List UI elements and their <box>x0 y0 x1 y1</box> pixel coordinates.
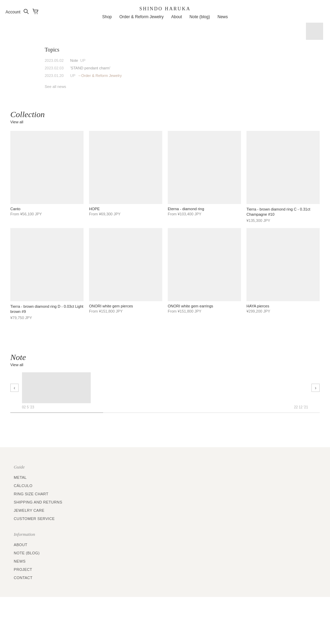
header: Account SHINDO HARUKA Shop Order & Refor… <box>0 0 330 23</box>
header-center: SHINDO HARUKA Shop Order & Reform Jewelr… <box>102 6 228 19</box>
product-image-3 <box>168 131 241 204</box>
note-title: Note <box>10 353 320 362</box>
note-view-all[interactable]: View all <box>10 363 320 367</box>
collection-view-all[interactable]: View all <box>10 120 320 124</box>
footer-guide-title: Guide <box>14 464 316 470</box>
collection-header: Collection View all <box>10 110 320 124</box>
nav-news[interactable]: News <box>218 14 228 19</box>
see-all-news[interactable]: See all news <box>45 84 66 89</box>
svg-point-3 <box>37 13 37 14</box>
product-item-1[interactable]: Canto From ¥56,100 JPY <box>10 131 84 223</box>
topic-label-1: UP <box>80 58 85 63</box>
topics-list: 2023.05.02 Note UP 2023.02.03 'STAND pen… <box>45 58 316 78</box>
account-label[interactable]: Account <box>6 10 20 14</box>
footer-link-contact: CONTACT <box>14 575 316 580</box>
topic-link-3[interactable]: →Order & Reform Jewelry <box>77 74 122 78</box>
nav-note[interactable]: Note (blog) <box>189 14 210 19</box>
topic-category-1: Note <box>70 58 78 63</box>
note-prev-btn[interactable]: ‹ <box>10 384 19 392</box>
product-name-5: Tierra - brown diamond ring D - 0.03ct L… <box>10 304 84 315</box>
topic-item-2: 2023.02.03 'STAND pendant charm' <box>45 66 316 70</box>
product-price-8: ¥299,200 JPY <box>246 309 320 313</box>
product-price-6: From ¥151,800 JPY <box>89 309 162 313</box>
note-progress-track <box>10 413 320 413</box>
footer-link-news: NEWS <box>14 558 316 564</box>
product-price-7: From ¥151,800 JPY <box>168 309 241 313</box>
product-image-5 <box>10 228 84 301</box>
footer: Guide METAL CÁLCULO RING SIZE CHART SHIP… <box>0 447 330 597</box>
svg-point-0 <box>24 9 28 13</box>
nav-about[interactable]: About <box>171 14 182 19</box>
footer-link-calculo: CÁLCULO <box>14 483 316 488</box>
note-slide-area <box>22 372 308 403</box>
note-card-1[interactable] <box>22 372 91 403</box>
collection-title: Collection <box>10 110 320 119</box>
topic-item-1: 2023.05.02 Note UP <box>45 58 316 63</box>
product-name-4: Tierra - brown diamond ring C - 0.31ct C… <box>246 207 320 217</box>
note-slider: ‹ › <box>10 372 320 403</box>
note-dates-left: 02 5 '23 <box>22 405 34 409</box>
product-name-3: Eterna - diamond ring <box>168 207 241 211</box>
product-grid-row1: Canto From ¥56,100 JPY HOPE From ¥69,300… <box>10 131 320 223</box>
hero-area <box>0 23 330 43</box>
main-nav: Shop Order & Reform Jewelry About Note (… <box>102 14 228 19</box>
product-image-4 <box>246 131 320 204</box>
footer-information-section: Information ABOUT NOTE (BLOG) NEWS PROJE… <box>14 532 316 580</box>
topic-label-3: UP <box>70 74 75 78</box>
footer-info-links: ABOUT NOTE (BLOG) NEWS PROJECT CONTACT <box>14 542 316 580</box>
product-image-1 <box>10 131 84 204</box>
footer-information-title: Information <box>14 532 316 537</box>
product-price-3: From ¥103,400 JPY <box>168 212 241 216</box>
footer-link-ring-size: RING SIZE CHART <box>14 491 316 497</box>
note-progress-bar <box>10 413 103 413</box>
note-section: Note View all ‹ › 02 5 '23 22 12 '21 <box>0 332 330 420</box>
nav-order-reform[interactable]: Order & Reform Jewelry <box>119 14 164 19</box>
topics-section: Topics 2023.05.02 Note UP 2023.02.03 'ST… <box>0 43 330 100</box>
note-header: Note View all <box>10 353 320 367</box>
svg-point-2 <box>35 13 35 14</box>
footer-link-note-blog: NOTE (BLOG) <box>14 550 316 556</box>
topics-title: Topics <box>45 47 316 53</box>
product-price-4: ¥135,300 JPY <box>246 218 320 223</box>
topic-category-2: 'STAND pendant charm' <box>70 66 110 70</box>
product-image-7 <box>168 228 241 301</box>
product-image-6 <box>89 228 162 301</box>
product-price-5: ¥79,750 JPY <box>10 316 84 320</box>
note-dates-row: 02 5 '23 22 12 '21 <box>10 405 320 409</box>
product-name-7: ONORI white gem earrings <box>168 304 241 308</box>
footer-link-jewelry-care: JEWELRY CARE <box>14 508 316 513</box>
product-grid-row2: Tierra - brown diamond ring D - 0.03ct L… <box>10 228 320 320</box>
product-item-2[interactable]: HOPE From ¥69,300 JPY <box>89 131 162 223</box>
product-item-6[interactable]: ONORI white gem pierces From ¥151,800 JP… <box>89 228 162 320</box>
product-image-2 <box>89 131 162 204</box>
note-next-btn[interactable]: › <box>311 384 320 392</box>
product-image-8 <box>246 228 320 301</box>
product-item-7[interactable]: ONORI white gem earrings From ¥151,800 J… <box>168 228 241 320</box>
footer-link-project: PROJECT <box>14 567 316 572</box>
footer-guide-links: METAL CÁLCULO RING SIZE CHART SHIPPING A… <box>14 475 316 521</box>
topic-item-3: 2023.01.20 UP →Order & Reform Jewelry <box>45 74 316 78</box>
product-item-4[interactable]: Tierra - brown diamond ring C - 0.31ct C… <box>246 131 320 223</box>
footer-guide-section: Guide METAL CÁLCULO RING SIZE CHART SHIP… <box>14 464 316 521</box>
nav-shop[interactable]: Shop <box>102 14 112 19</box>
product-name-8: HAYA pierces <box>246 304 320 308</box>
header-left-group: Account <box>6 8 39 16</box>
product-name-2: HOPE <box>89 207 162 211</box>
collection-section: Collection View all Canto From ¥56,100 J… <box>0 100 330 332</box>
search-icon[interactable] <box>23 8 29 16</box>
footer-link-shipping: SHIPPING AND RETURNS <box>14 499 316 505</box>
product-item-3[interactable]: Eterna - diamond ring From ¥103,400 JPY <box>168 131 241 223</box>
product-item-8[interactable]: HAYA pierces ¥299,200 JPY <box>246 228 320 320</box>
footer-link-metal: METAL <box>14 475 316 480</box>
product-name-1: Canto <box>10 207 84 211</box>
footer-link-customer-service: CUSTOMER SERVICE <box>14 516 316 521</box>
product-price-1: From ¥56,100 JPY <box>10 212 84 216</box>
product-item-5[interactable]: Tierra - brown diamond ring D - 0.03ct L… <box>10 228 84 320</box>
cart-icon[interactable] <box>32 8 39 16</box>
svg-line-1 <box>27 12 29 14</box>
site-logo[interactable]: SHINDO HARUKA <box>139 6 190 12</box>
note-dates-right: 22 12 '21 <box>294 405 308 409</box>
product-name-6: ONORI white gem pierces <box>89 304 162 308</box>
topic-date-2: 2023.02.03 <box>45 66 68 70</box>
footer-link-about: ABOUT <box>14 542 316 547</box>
